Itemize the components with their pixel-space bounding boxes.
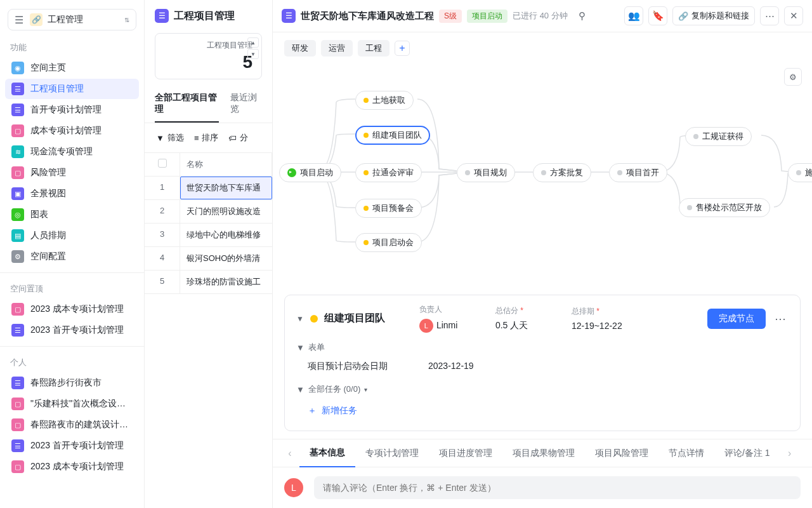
chevron-down-icon[interactable]: ▼: [296, 343, 304, 352]
project-icon: ☰: [282, 9, 296, 23]
chevron-down-icon[interactable]: ▼: [296, 385, 304, 394]
sidebar-item[interactable]: ≋现金流专项管理: [5, 142, 139, 162]
schedule-value[interactable]: 12-19~12-22: [572, 321, 641, 331]
status-dot: [310, 315, 318, 323]
tab-recent[interactable]: 最近浏览: [230, 86, 262, 123]
sidebar-item[interactable]: ▢风险管理: [5, 163, 139, 183]
table-row[interactable]: 3绿地中心的电梯维修: [145, 224, 272, 247]
tabs-right-icon[interactable]: ›: [780, 448, 799, 459]
tab-basic[interactable]: 基本信息: [299, 439, 355, 467]
sidebar-item[interactable]: ▤人员排期: [5, 225, 139, 246]
bookmark-icon[interactable]: 🔖: [648, 6, 667, 25]
nav-icon: ☰: [11, 439, 24, 452]
nav-icon: ≋: [11, 145, 24, 158]
more-icon[interactable]: ⋯: [772, 312, 789, 326]
stat-label: 工程项目管理: [164, 40, 252, 51]
stat-up-button[interactable]: ▲: [247, 37, 259, 48]
flow-node[interactable]: 项目首开: [609, 163, 667, 182]
sidebar-item[interactable]: ▢成本专项计划管理: [5, 121, 139, 141]
name-header[interactable]: 名称: [180, 153, 272, 176]
tag[interactable]: 运营: [321, 40, 353, 57]
sidebar-item[interactable]: ▣全景视图: [5, 184, 139, 204]
tab-deliverables[interactable]: 项目成果物管理: [502, 440, 585, 467]
add-tag-button[interactable]: +: [395, 41, 410, 56]
table-row[interactable]: 5珍珠塔的防雷设施工: [145, 271, 272, 294]
avatar: L: [284, 478, 303, 497]
comment-input[interactable]: [314, 476, 801, 499]
nav-icon: ▢: [11, 460, 24, 473]
flow-node[interactable]: 施: [788, 163, 812, 182]
sidebar-item[interactable]: ☰工程项目管理: [5, 79, 139, 99]
table-row[interactable]: 1世贸天阶地下车库通: [145, 177, 272, 200]
table-row[interactable]: 2天门的照明设施改造: [145, 200, 272, 224]
copy-link-button[interactable]: 🔗复制标题和链接: [672, 6, 755, 25]
flow-node[interactable]: 工规证获得: [685, 127, 752, 146]
sort-icon: ≡: [194, 133, 199, 143]
sidebar-item[interactable]: ⚙空间配置: [5, 246, 139, 267]
table-row[interactable]: 4银河SOHO的外墙清: [145, 247, 272, 271]
tab-all[interactable]: 全部工程项目管理: [155, 86, 219, 123]
flow-node[interactable]: 拉通会评审: [355, 163, 422, 182]
list-icon: ☰: [155, 9, 169, 23]
checkbox-header[interactable]: [145, 153, 180, 176]
sidebar-item[interactable]: ▢春熙路夜市的建筑设计风险: [5, 415, 139, 435]
flow-node[interactable]: 土地获取: [355, 91, 414, 110]
pin-icon[interactable]: ⚲: [573, 6, 592, 25]
sidebar-item[interactable]: ☰春熙路步行街夜市: [5, 373, 139, 393]
add-task-button[interactable]: ＋新增任务: [296, 400, 789, 422]
flow-canvas[interactable]: ⚙: [273, 64, 812, 295]
tab-plan[interactable]: 专项计划管理: [355, 440, 429, 467]
more-icon[interactable]: ⋯: [760, 6, 779, 25]
tab-progress[interactable]: 项目进度管理: [429, 440, 502, 467]
sidebar-item[interactable]: ▢2023 成本专项计划管理: [5, 299, 139, 319]
tag[interactable]: 工程: [358, 40, 390, 57]
owner-value[interactable]: LLinmi: [419, 319, 489, 333]
row-name: 珍珠塔的防雷设施工: [180, 271, 272, 293]
complete-button[interactable]: 完成节点: [707, 309, 766, 329]
collapse-icon[interactable]: ☰: [15, 14, 23, 26]
flow-node[interactable]: 项目规划: [457, 163, 515, 182]
section-personal: 个人: [0, 352, 144, 372]
chevron-down-icon[interactable]: ▾: [364, 386, 367, 393]
tabs-left-icon[interactable]: ‹: [280, 448, 299, 459]
sidebar-item[interactable]: ◉空间主页: [5, 58, 139, 78]
chevron-down-icon[interactable]: ▼: [296, 314, 304, 323]
sidebar-item[interactable]: ▢"乐建科技"首次概念设计计...: [5, 394, 139, 414]
workspace-selector[interactable]: ☰ 🔗 工程管理 ⇅: [8, 9, 136, 30]
close-icon[interactable]: ✕: [784, 6, 803, 25]
nav-icon: ▢: [11, 166, 24, 179]
stat-down-button[interactable]: ▼: [247, 49, 259, 59]
status-text: 已进行 40 分钟: [513, 10, 568, 22]
sidebar-item[interactable]: ☰首开专项计划管理: [5, 100, 139, 120]
flow-node[interactable]: 售楼处示范区开放: [679, 198, 770, 217]
nav-label: 工程项目管理: [30, 83, 84, 95]
sidebar-item[interactable]: ◎图表: [5, 204, 139, 225]
flow-node[interactable]: 方案批复: [533, 163, 591, 182]
node-detail: ▼ 组建项目团队 负责人 LLinmi 总估分 * 0.5 人天 总排期 * 1…: [284, 295, 801, 431]
tag[interactable]: 研发: [284, 40, 316, 57]
nav-label: 人员排期: [30, 230, 66, 241]
members-icon[interactable]: 👥: [624, 6, 643, 25]
sidebar-item[interactable]: ▢2023 成本专项计划管理: [5, 457, 139, 477]
filter-button[interactable]: ▼筛选: [152, 130, 188, 146]
estimate-label: 总估分 *: [495, 305, 565, 316]
sidebar-item[interactable]: ☰2023 首开专项计划管理: [5, 320, 139, 340]
nav-icon: ▢: [11, 303, 24, 316]
sort-button[interactable]: ≡排序: [190, 130, 223, 146]
estimate-value[interactable]: 0.5 人天: [495, 320, 565, 331]
group-button[interactable]: 🏷分: [225, 130, 252, 146]
tab-node[interactable]: 节点详情: [658, 440, 714, 467]
flow-node-selected[interactable]: 组建项目团队: [355, 126, 430, 145]
nav-label: 现金流专项管理: [30, 146, 93, 157]
schedule-label: 总排期 *: [572, 306, 641, 317]
row-index: 1: [145, 177, 180, 199]
flow-node[interactable]: 项目启动: [279, 163, 341, 182]
flow-settings-icon[interactable]: ⚙: [784, 68, 802, 86]
form-value[interactable]: 2023-12-19: [428, 361, 474, 372]
sidebar-item[interactable]: ☰2023 首开专项计划管理: [5, 436, 139, 456]
tab-risk[interactable]: 项目风险管理: [585, 440, 658, 467]
nav-label: 2023 成本专项计划管理: [30, 461, 124, 472]
flow-node[interactable]: 项目启动会: [355, 233, 422, 252]
flow-node[interactable]: 项目预备会: [355, 199, 422, 218]
tab-comments[interactable]: 评论/备注 1: [714, 440, 780, 467]
